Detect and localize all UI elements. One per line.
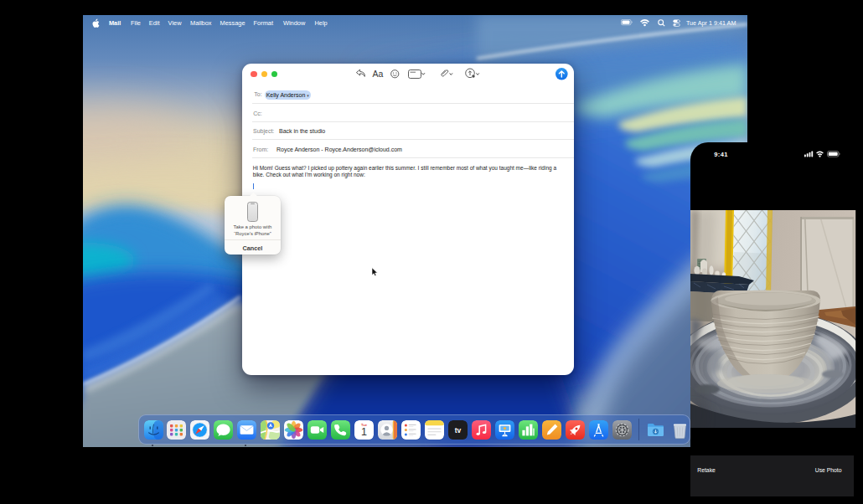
svg-text:1: 1 <box>361 426 367 438</box>
svg-text:tv: tv <box>455 426 462 435</box>
